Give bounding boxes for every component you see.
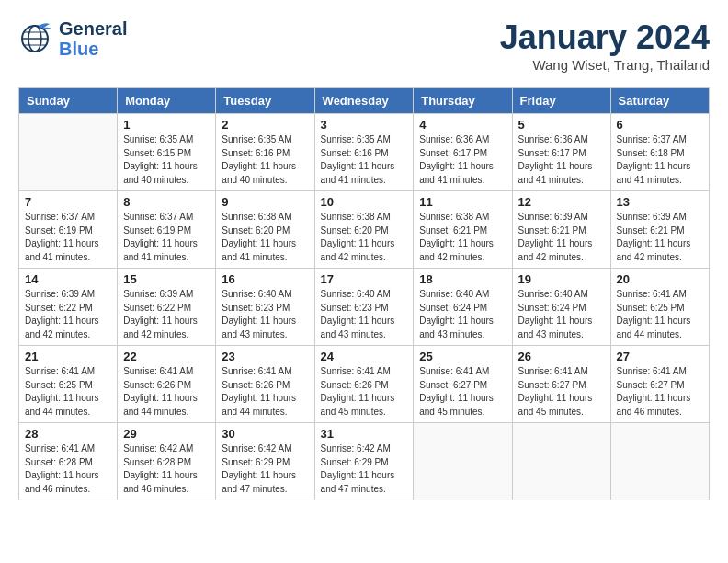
calendar-cell: 2Sunrise: 6:35 AM Sunset: 6:16 PM Daylig… <box>216 114 314 191</box>
calendar-cell: 5Sunrise: 6:36 AM Sunset: 6:17 PM Daylig… <box>512 114 610 191</box>
weekday-header-saturday: Saturday <box>610 88 709 114</box>
weekday-header-monday: Monday <box>118 88 216 114</box>
day-info: Sunrise: 6:41 AM Sunset: 6:27 PM Dayligh… <box>518 365 605 419</box>
day-number: 18 <box>419 272 506 286</box>
calendar-cell: 14Sunrise: 6:39 AM Sunset: 6:22 PM Dayli… <box>19 269 118 346</box>
day-number: 17 <box>321 272 408 286</box>
calendar-cell: 29Sunrise: 6:42 AM Sunset: 6:28 PM Dayli… <box>118 423 216 500</box>
day-info: Sunrise: 6:40 AM Sunset: 6:23 PM Dayligh… <box>222 288 308 341</box>
calendar-table: SundayMondayTuesdayWednesdayThursdayFrid… <box>18 87 710 500</box>
day-info: Sunrise: 6:40 AM Sunset: 6:24 PM Dayligh… <box>518 288 605 341</box>
calendar-cell: 18Sunrise: 6:40 AM Sunset: 6:24 PM Dayli… <box>414 269 512 346</box>
day-number: 1 <box>123 118 210 132</box>
day-info: Sunrise: 6:36 AM Sunset: 6:17 PM Dayligh… <box>518 133 605 187</box>
calendar-cell: 27Sunrise: 6:41 AM Sunset: 6:27 PM Dayli… <box>610 346 709 423</box>
calendar-cell: 22Sunrise: 6:41 AM Sunset: 6:26 PM Dayli… <box>118 346 216 423</box>
day-info: Sunrise: 6:35 AM Sunset: 6:15 PM Dayligh… <box>123 133 210 187</box>
calendar-cell: 3Sunrise: 6:35 AM Sunset: 6:16 PM Daylig… <box>314 114 414 191</box>
day-number: 8 <box>123 195 210 209</box>
day-number: 2 <box>222 118 308 132</box>
day-info: Sunrise: 6:36 AM Sunset: 6:17 PM Dayligh… <box>419 133 506 187</box>
calendar-week-3: 14Sunrise: 6:39 AM Sunset: 6:22 PM Dayli… <box>19 269 710 346</box>
calendar-cell: 16Sunrise: 6:40 AM Sunset: 6:23 PM Dayli… <box>216 269 314 346</box>
day-number: 29 <box>123 427 210 441</box>
calendar-cell: 13Sunrise: 6:39 AM Sunset: 6:21 PM Dayli… <box>610 191 709 269</box>
calendar-cell: 26Sunrise: 6:41 AM Sunset: 6:27 PM Dayli… <box>512 346 610 423</box>
calendar-cell: 4Sunrise: 6:36 AM Sunset: 6:17 PM Daylig… <box>414 114 512 191</box>
day-info: Sunrise: 6:40 AM Sunset: 6:24 PM Dayligh… <box>419 288 506 341</box>
day-number: 16 <box>222 272 308 286</box>
day-info: Sunrise: 6:41 AM Sunset: 6:26 PM Dayligh… <box>222 365 308 419</box>
day-info: Sunrise: 6:37 AM Sunset: 6:19 PM Dayligh… <box>25 211 111 264</box>
day-info: Sunrise: 6:41 AM Sunset: 6:25 PM Dayligh… <box>25 365 111 419</box>
calendar-cell: 11Sunrise: 6:38 AM Sunset: 6:21 PM Dayli… <box>414 191 512 269</box>
calendar-cell: 9Sunrise: 6:38 AM Sunset: 6:20 PM Daylig… <box>216 191 314 269</box>
calendar-cell: 10Sunrise: 6:38 AM Sunset: 6:20 PM Dayli… <box>314 191 414 269</box>
day-info: Sunrise: 6:39 AM Sunset: 6:21 PM Dayligh… <box>518 211 605 264</box>
calendar-cell: 30Sunrise: 6:42 AM Sunset: 6:29 PM Dayli… <box>216 423 314 500</box>
calendar-cell: 31Sunrise: 6:42 AM Sunset: 6:29 PM Dayli… <box>314 423 414 500</box>
page-header: General Blue January 2024 Wang Wiset, Tr… <box>18 18 710 73</box>
day-info: Sunrise: 6:37 AM Sunset: 6:18 PM Dayligh… <box>617 133 703 187</box>
calendar-cell: 19Sunrise: 6:40 AM Sunset: 6:24 PM Dayli… <box>512 269 610 346</box>
day-number: 14 <box>25 272 111 286</box>
calendar-cell: 17Sunrise: 6:40 AM Sunset: 6:23 PM Dayli… <box>314 269 414 346</box>
day-number: 3 <box>321 118 408 132</box>
day-info: Sunrise: 6:41 AM Sunset: 6:26 PM Dayligh… <box>321 365 408 419</box>
day-number: 23 <box>222 350 308 363</box>
calendar-cell: 15Sunrise: 6:39 AM Sunset: 6:22 PM Dayli… <box>118 269 216 346</box>
calendar-cell: 8Sunrise: 6:37 AM Sunset: 6:19 PM Daylig… <box>118 191 216 269</box>
calendar-cell: 24Sunrise: 6:41 AM Sunset: 6:26 PM Dayli… <box>314 346 414 423</box>
day-info: Sunrise: 6:41 AM Sunset: 6:25 PM Dayligh… <box>617 288 703 341</box>
day-info: Sunrise: 6:38 AM Sunset: 6:20 PM Dayligh… <box>222 211 308 264</box>
day-number: 10 <box>321 195 408 209</box>
calendar-cell: 28Sunrise: 6:41 AM Sunset: 6:28 PM Dayli… <box>19 423 118 500</box>
day-info: Sunrise: 6:41 AM Sunset: 6:26 PM Dayligh… <box>123 365 210 419</box>
day-number: 28 <box>25 427 111 441</box>
day-info: Sunrise: 6:38 AM Sunset: 6:20 PM Dayligh… <box>321 211 408 264</box>
weekday-header-tuesday: Tuesday <box>216 88 314 114</box>
day-info: Sunrise: 6:40 AM Sunset: 6:23 PM Dayligh… <box>321 288 408 341</box>
day-number: 25 <box>419 350 506 363</box>
weekday-header-thursday: Thursday <box>414 88 512 114</box>
day-info: Sunrise: 6:39 AM Sunset: 6:22 PM Dayligh… <box>25 288 111 341</box>
day-number: 13 <box>617 195 703 209</box>
day-number: 26 <box>518 350 605 363</box>
day-info: Sunrise: 6:35 AM Sunset: 6:16 PM Dayligh… <box>321 133 408 187</box>
calendar-week-4: 21Sunrise: 6:41 AM Sunset: 6:25 PM Dayli… <box>19 346 710 423</box>
calendar-cell: 6Sunrise: 6:37 AM Sunset: 6:18 PM Daylig… <box>610 114 709 191</box>
weekday-header-sunday: Sunday <box>19 88 118 114</box>
day-info: Sunrise: 6:39 AM Sunset: 6:22 PM Dayligh… <box>123 288 210 341</box>
weekday-header-friday: Friday <box>512 88 610 114</box>
calendar-cell <box>414 423 512 500</box>
day-number: 21 <box>25 350 111 363</box>
calendar-cell: 20Sunrise: 6:41 AM Sunset: 6:25 PM Dayli… <box>610 269 709 346</box>
day-info: Sunrise: 6:37 AM Sunset: 6:19 PM Dayligh… <box>123 211 210 264</box>
day-number: 4 <box>419 118 506 132</box>
calendar-week-1: 1Sunrise: 6:35 AM Sunset: 6:15 PM Daylig… <box>19 114 710 191</box>
calendar-cell: 1Sunrise: 6:35 AM Sunset: 6:15 PM Daylig… <box>118 114 216 191</box>
calendar-cell: 12Sunrise: 6:39 AM Sunset: 6:21 PM Dayli… <box>512 191 610 269</box>
logo: General Blue <box>18 18 127 59</box>
calendar-cell: 23Sunrise: 6:41 AM Sunset: 6:26 PM Dayli… <box>216 346 314 423</box>
month-title: January 2024 <box>500 18 710 57</box>
location: Wang Wiset, Trang, Thailand <box>500 57 710 73</box>
day-info: Sunrise: 6:42 AM Sunset: 6:29 PM Dayligh… <box>222 442 308 496</box>
logo-text: General Blue <box>59 18 127 59</box>
calendar-cell: 7Sunrise: 6:37 AM Sunset: 6:19 PM Daylig… <box>19 191 118 269</box>
day-number: 24 <box>321 350 408 363</box>
title-section: January 2024 Wang Wiset, Trang, Thailand <box>500 18 710 73</box>
calendar-cell <box>610 423 709 500</box>
calendar-cell: 25Sunrise: 6:41 AM Sunset: 6:27 PM Dayli… <box>414 346 512 423</box>
day-number: 11 <box>419 195 506 209</box>
day-number: 27 <box>617 350 703 363</box>
day-number: 15 <box>123 272 210 286</box>
day-info: Sunrise: 6:41 AM Sunset: 6:27 PM Dayligh… <box>419 365 506 419</box>
day-number: 22 <box>123 350 210 363</box>
day-number: 9 <box>222 195 308 209</box>
calendar-week-2: 7Sunrise: 6:37 AM Sunset: 6:19 PM Daylig… <box>19 191 710 269</box>
day-info: Sunrise: 6:42 AM Sunset: 6:29 PM Dayligh… <box>321 442 408 496</box>
calendar-cell: 21Sunrise: 6:41 AM Sunset: 6:25 PM Dayli… <box>19 346 118 423</box>
day-info: Sunrise: 6:42 AM Sunset: 6:28 PM Dayligh… <box>123 442 210 496</box>
day-number: 5 <box>518 118 605 132</box>
